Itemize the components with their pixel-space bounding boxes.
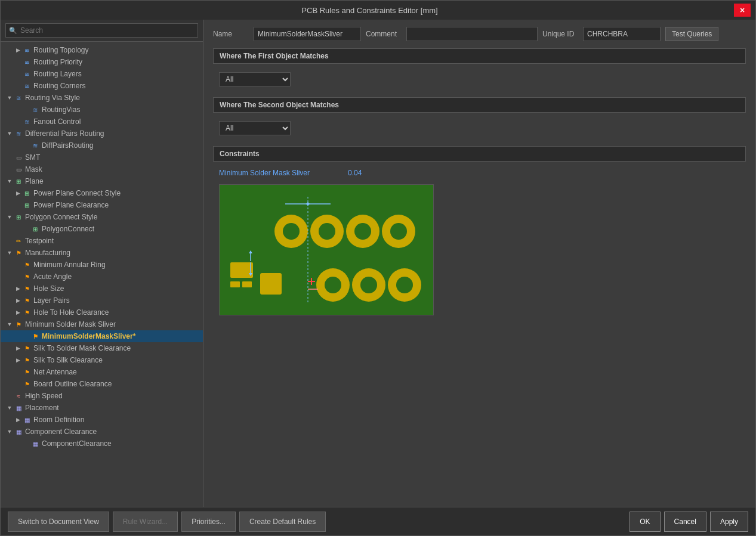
- tree-item-high-speed[interactable]: ≈ High Speed: [1, 390, 203, 402]
- where-first-header: Where The First Object Matches: [213, 48, 746, 64]
- tree-item-testpoint[interactable]: ✏ Testpoint: [1, 235, 203, 247]
- apply-button[interactable]: Apply: [710, 512, 748, 532]
- tree-label: PolygonConnect: [42, 225, 94, 233]
- tree-item-routing-topology[interactable]: ▶ ≋ Routing Topology: [1, 44, 203, 56]
- tree-item-component-clearance-sub[interactable]: ▦ ComponentClearance: [1, 438, 203, 450]
- tree-item-routing-priority[interactable]: ≋ Routing Priority: [1, 56, 203, 68]
- plane-icon: ⊞: [14, 177, 23, 185]
- svg-point-6: [283, 223, 300, 240]
- close-button[interactable]: ×: [734, 4, 751, 17]
- rule-wizard-button[interactable]: Rule Wizard...: [113, 512, 178, 532]
- search-input[interactable]: [5, 23, 198, 38]
- constraint-row: Minimum Solder Mask Sliver 0.04: [213, 166, 746, 179]
- routing-icon: ≋: [22, 46, 32, 54]
- tree-item-diff-pairs-sub[interactable]: ≋ DiffPairsRouting: [1, 140, 203, 151]
- mfg-icon: ⚑: [14, 320, 23, 329]
- tree-item-mask[interactable]: ▭ Mask: [1, 163, 203, 175]
- tree-item-room-definition[interactable]: ▶ ▦ Room Definition: [1, 414, 203, 426]
- test-queries-button[interactable]: Test Queries: [665, 27, 718, 41]
- tree-item-plane[interactable]: ▼ ⊞ Plane: [1, 175, 203, 187]
- mfg-icon: ⚑: [22, 284, 32, 293]
- tree-item-hole-size[interactable]: ▶ ⚑ Hole Size: [1, 283, 203, 295]
- tree-item-component-clearance[interactable]: ▼ ▦ Component Clearance: [1, 426, 203, 438]
- tree-item-min-annular[interactable]: ⚑ Minimum Annular Ring: [1, 259, 203, 271]
- tree-item-silk-to-silk[interactable]: ▶ ⚑ Silk To Silk Clearance: [1, 354, 203, 366]
- tree-label: Polygon Connect Style: [25, 213, 97, 221]
- tree-item-smt[interactable]: ▭ SMT: [1, 151, 203, 163]
- tree-label: Hole To Hole Clearance: [33, 308, 109, 317]
- tree-label: Testpoint: [25, 237, 54, 245]
- tree-label: Layer Pairs: [33, 296, 70, 305]
- where-second-header: Where The Second Object Matches: [213, 97, 746, 113]
- tree-item-board-outline[interactable]: ⚑ Board Outline Clearance: [1, 378, 203, 390]
- tree-item-manufacturing[interactable]: ▼ ⚑ Manufacturing: [1, 247, 203, 259]
- tree-item-routing-corners[interactable]: ≋ Routing Corners: [1, 80, 203, 92]
- highspeed-icon: ≈: [14, 392, 23, 400]
- mfg-icon: ⚑: [22, 368, 32, 376]
- tree-label: ComponentClearance: [42, 439, 112, 448]
- pcb-preview: [219, 184, 434, 315]
- cancel-button[interactable]: Cancel: [664, 512, 706, 532]
- where-first-dropdown[interactable]: All Net Net Class Layer Footprint: [219, 72, 291, 86]
- tree-item-power-plane-clearance[interactable]: ⊞ Power Plane Clearance: [1, 199, 203, 211]
- tree-item-min-solder-sub[interactable]: ⚑ MinimumSolderMaskSliver*: [1, 330, 203, 342]
- ok-button[interactable]: OK: [630, 512, 660, 532]
- tree-label: Routing Layers: [33, 70, 82, 78]
- tree-item-placement[interactable]: ▼ ▦ Placement: [1, 402, 203, 414]
- expand-arrow: ▶: [14, 286, 22, 292]
- tree-item-routing-vias[interactable]: ≋ RoutingVias: [1, 104, 203, 116]
- tree-item-polygon-connect-style[interactable]: ▼ ⊞ Polygon Connect Style: [1, 211, 203, 223]
- tree-label: MinimumSolderMaskSliver*: [42, 332, 135, 340]
- routing-icon: ≋: [22, 82, 32, 90]
- search-icon: 🔍: [9, 27, 17, 35]
- expand-arrow: ▶: [14, 47, 22, 53]
- placement-icon: ▦: [22, 416, 32, 424]
- tree-label: Routing Via Style: [25, 94, 80, 102]
- where-second-dropdown[interactable]: All Net Net Class Layer Footprint: [219, 121, 291, 135]
- tree-label: Power Plane Connect Style: [33, 189, 121, 197]
- mfg-icon: ⚑: [22, 344, 32, 352]
- tree-item-routing-layers[interactable]: ≋ Routing Layers: [1, 68, 203, 80]
- tree-item-acute-angle[interactable]: ⚑ Acute Angle: [1, 271, 203, 283]
- constraints-header: Constraints: [213, 146, 746, 162]
- tree-item-diff-pairs[interactable]: ▼ ≋ Differential Pairs Routing: [1, 128, 203, 140]
- name-input[interactable]: [254, 27, 361, 41]
- tree-area: ▶ ≋ Routing Topology ≋ Routing Priority …: [1, 42, 203, 507]
- name-label: Name: [213, 30, 249, 38]
- tree-item-min-solder[interactable]: ▼ ⚑ Minimum Solder Mask Sliver: [1, 318, 203, 330]
- tree-item-routing-via-style[interactable]: ▼ ≋ Routing Via Style: [1, 92, 203, 104]
- tree-item-layer-pairs[interactable]: ▶ ⚑ Layer Pairs: [1, 295, 203, 306]
- left-panel: 🔍 ▶ ≋ Routing Topology ≋ Routing Priorit…: [1, 20, 203, 507]
- tree-item-net-antennae[interactable]: ⚑ Net Antennae: [1, 366, 203, 378]
- mfg-icon: ⚑: [22, 356, 32, 364]
- plane-icon: ⊞: [22, 201, 32, 209]
- tree-item-power-plane-connect[interactable]: ▶ ⊞ Power Plane Connect Style: [1, 187, 203, 199]
- uid-input[interactable]: [583, 27, 661, 41]
- tree-item-polygon-connect[interactable]: ⊞ PolygonConnect: [1, 223, 203, 235]
- tree-item-fanout[interactable]: ≋ Fanout Control: [1, 116, 203, 128]
- priorities-button[interactable]: Priorities...: [181, 512, 236, 532]
- routing-icon: ≋: [14, 94, 23, 102]
- expand-arrow: ▶: [14, 417, 22, 423]
- constraint-value: 0.04: [348, 169, 362, 177]
- tree-label: Minimum Solder Mask Sliver: [25, 320, 116, 329]
- switch-doc-view-button[interactable]: Switch to Document View: [8, 512, 109, 532]
- tree-label: Manufacturing: [25, 249, 70, 257]
- plane-icon: ⊞: [22, 189, 32, 197]
- form-header-row: Name Comment Unique ID Test Queries: [213, 27, 746, 41]
- expand-arrow: ▼: [5, 250, 14, 256]
- expand-arrow: ▼: [5, 178, 14, 184]
- mfg-icon: ⚑: [22, 272, 32, 281]
- tree-label: Fanout Control: [33, 117, 81, 126]
- routing-icon: ≋: [22, 70, 32, 78]
- expand-arrow: ▶: [14, 298, 22, 303]
- comment-input[interactable]: [406, 27, 538, 41]
- tree-item-hole-to-hole[interactable]: ▶ ⚑ Hole To Hole Clearance: [1, 306, 203, 318]
- dialog: PCB Rules and Constraints Editor [mm] × …: [0, 0, 756, 536]
- constraint-label: Minimum Solder Mask Sliver: [219, 169, 338, 177]
- tree-item-silk-to-solder[interactable]: ▶ ⚑ Silk To Solder Mask Clearance: [1, 342, 203, 354]
- mfg-icon: ⚑: [14, 249, 23, 257]
- create-default-rules-button[interactable]: Create Default Rules: [239, 512, 326, 532]
- dialog-title: PCB Rules and Constraints Editor [mm]: [5, 6, 734, 15]
- tree-label: Plane: [25, 177, 44, 185]
